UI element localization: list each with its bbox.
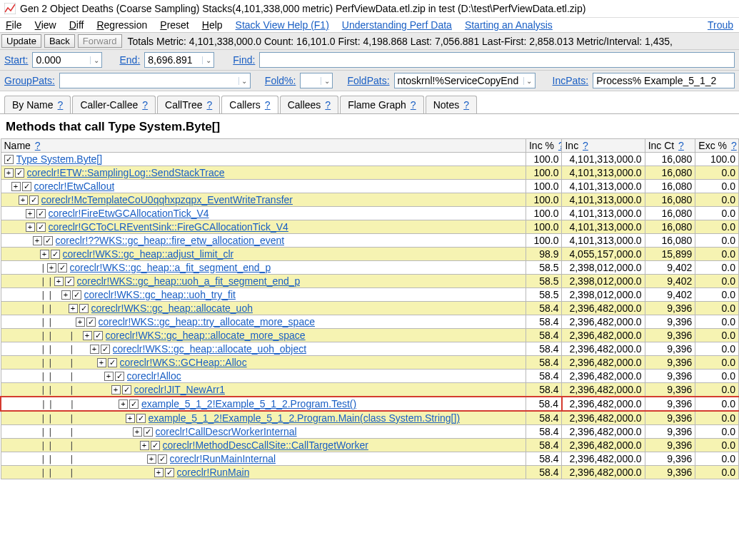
name-cell[interactable]: || | +✓coreclr!MethodDescCallSite::CallT… <box>1 439 526 452</box>
name-cell[interactable]: +✓coreclr!EtwCallout <box>1 180 526 193</box>
row-checkbox[interactable]: ✓ <box>79 304 89 313</box>
row-checkbox[interactable]: ✓ <box>36 223 46 232</box>
row-label[interactable]: example_5_1_2!Example_5_1_2.Program.Test… <box>141 398 356 409</box>
menu-preset[interactable]: Preset <box>160 19 188 31</box>
col-excpct[interactable]: Exc % ? <box>695 139 739 153</box>
row-label[interactable]: coreclr!WKS::GCHeap::Alloc <box>120 357 247 368</box>
name-cell[interactable]: +✓coreclr!WKS::gc_heap::adjust_limit_clr <box>1 248 526 261</box>
chevron-down-icon[interactable]: ⌄ <box>523 77 535 85</box>
expand-icon[interactable]: + <box>61 290 71 300</box>
expand-icon[interactable]: + <box>97 358 106 367</box>
row-checkbox[interactable]: ✓ <box>58 263 67 273</box>
expand-icon[interactable]: + <box>40 250 49 259</box>
table-row[interactable]: || | +✓coreclr!RunMain58.42,396,482,000.… <box>1 466 739 479</box>
grouppats-combo[interactable]: ⌄ <box>59 73 251 88</box>
name-cell[interactable]: || | +✓coreclr!WKS::GCHeap::Alloc <box>1 356 526 370</box>
name-cell[interactable]: || | +✓coreclr!RunMain <box>1 466 526 479</box>
link-understanding-perf[interactable]: Understanding Perf Data <box>342 19 452 31</box>
incpats-combo[interactable] <box>593 73 735 88</box>
table-row[interactable]: || | +✓example_5_1_2!Example_5_1_2.Progr… <box>1 411 739 425</box>
table-row[interactable]: +✓coreclr!EtwCallout100.04,101,313,000.0… <box>1 180 739 193</box>
tab-calltree[interactable]: CallTree? <box>157 96 220 113</box>
row-label[interactable]: coreclr!WKS::gc_heap::uoh_try_fit <box>84 289 236 300</box>
row-checkbox[interactable]: ✓ <box>86 317 96 327</box>
table-row[interactable]: +✓coreclr!FireEtwGCAllocationTick_V4100.… <box>1 207 739 220</box>
row-checkbox[interactable]: ✓ <box>29 195 39 205</box>
expand-icon[interactable]: + <box>119 399 128 409</box>
row-checkbox[interactable]: ✓ <box>44 236 53 245</box>
row-label[interactable]: coreclr!McTemplateCoU0qqhxpzqpx_EventWri… <box>41 194 293 205</box>
end-label[interactable]: End: <box>119 54 140 66</box>
start-input[interactable] <box>33 53 90 67</box>
table-row[interactable]: || | +✓coreclr!JIT_NewArr158.42,396,482,… <box>1 383 739 397</box>
row-checkbox[interactable]: ✓ <box>158 454 167 464</box>
row-label[interactable]: coreclr!WKS::gc_heap::allocate_uoh <box>91 302 253 314</box>
link-troubleshooting[interactable]: Troub <box>708 19 733 31</box>
row-label[interactable]: coreclr!WKS::gc_heap::uoh_a_fit_segment_… <box>77 275 301 287</box>
table-row[interactable]: +✓coreclr!ETW::SamplingLog::SendStackTra… <box>1 166 739 180</box>
expand-icon[interactable]: + <box>111 385 121 394</box>
link-stack-view-help[interactable]: Stack View Help (F1) <box>236 19 329 31</box>
name-cell[interactable]: +✓coreclr!GCToCLREventSink::FireGCAlloca… <box>1 220 526 234</box>
name-cell[interactable]: +✓coreclr!FireEtwGCAllocationTick_V4 <box>1 207 526 220</box>
name-cell[interactable]: || +✓coreclr!WKS::gc_heap::try_allocate_… <box>1 315 526 329</box>
tab-callers[interactable]: Callers? <box>221 96 278 113</box>
table-row[interactable]: || +✓coreclr!WKS::gc_heap::allocate_uoh5… <box>1 302 739 315</box>
foldpats-combo[interactable]: ⌄ <box>394 73 536 88</box>
name-cell[interactable]: +✓coreclr!McTemplateCoU0qqhxpzqpx_EventW… <box>1 193 526 207</box>
row-checkbox[interactable]: ✓ <box>165 468 174 477</box>
table-row[interactable]: || | +✓coreclr!Alloc58.42,396,482,000.09… <box>1 370 739 383</box>
table-row[interactable]: || +✓coreclr!WKS::gc_heap::uoh_try_fit58… <box>1 288 739 302</box>
row-checkbox[interactable]: ✓ <box>151 441 160 450</box>
table-row[interactable]: || | +✓coreclr!RunMainInternal58.42,396,… <box>1 452 739 466</box>
table-row[interactable]: +✓coreclr!GCToCLREventSink::FireGCAlloca… <box>1 220 739 234</box>
chevron-down-icon[interactable]: ⌄ <box>238 77 250 85</box>
row-label[interactable]: coreclr!??WKS::gc_heap::fire_etw_allocat… <box>56 235 285 246</box>
menu-regression[interactable]: Regression <box>96 19 147 31</box>
expand-icon[interactable]: + <box>90 345 99 354</box>
row-label[interactable]: coreclr!WKS::gc_heap::allocate_more_spac… <box>106 330 306 341</box>
menu-view[interactable]: View <box>35 19 56 31</box>
name-cell[interactable]: |+✓coreclr!WKS::gc_heap::a_fit_segment_e… <box>1 261 526 275</box>
row-label[interactable]: example_5_1_2!Example_5_1_2.Program.Main… <box>149 412 461 424</box>
tab-caller-callee[interactable]: Caller-Callee? <box>72 96 156 113</box>
row-checkbox[interactable]: ✓ <box>115 372 124 381</box>
name-cell[interactable]: +✓coreclr!??WKS::gc_heap::fire_etw_alloc… <box>1 234 526 248</box>
back-button[interactable]: Back <box>44 34 75 48</box>
row-label[interactable]: coreclr!Alloc <box>127 370 181 382</box>
expand-icon[interactable]: + <box>26 223 35 232</box>
expand-icon[interactable]: + <box>69 304 78 313</box>
expand-icon[interactable]: + <box>26 209 35 218</box>
foldpct-label[interactable]: Fold%: <box>265 75 296 86</box>
row-checkbox[interactable]: ✓ <box>144 427 153 437</box>
table-row[interactable]: || | +✓coreclr!WKS::gc_heap::allocate_uo… <box>1 342 739 356</box>
row-label[interactable]: coreclr!WKS::gc_heap::allocate_uoh_objec… <box>113 343 307 355</box>
table-row[interactable]: ✓Type System.Byte[]100.04,101,313,000.01… <box>1 153 739 166</box>
expand-icon[interactable]: + <box>104 372 114 381</box>
name-cell[interactable]: || | +✓coreclr!WKS::gc_heap::allocate_mo… <box>1 329 526 342</box>
forward-button[interactable]: Forward <box>78 34 122 48</box>
grouppats-input[interactable] <box>60 73 238 88</box>
row-checkbox[interactable]: ✓ <box>136 414 146 423</box>
table-row[interactable]: +✓coreclr!McTemplateCoU0qqhxpzqpx_EventW… <box>1 193 739 207</box>
expand-icon[interactable]: + <box>47 263 56 273</box>
row-checkbox[interactable]: ✓ <box>72 290 81 300</box>
start-combo[interactable]: ⌄ <box>32 52 102 68</box>
table-row[interactable]: || +✓coreclr!WKS::gc_heap::try_allocate_… <box>1 315 739 329</box>
incpats-label[interactable]: IncPats: <box>553 75 589 86</box>
expand-icon[interactable]: + <box>54 277 64 286</box>
row-label[interactable]: coreclr!FireEtwGCAllocationTick_V4 <box>49 208 209 219</box>
foldpct-input[interactable] <box>301 73 321 88</box>
find-label[interactable]: Find: <box>233 54 255 66</box>
row-label[interactable]: coreclr!WKS::gc_heap::try_allocate_more_… <box>99 316 315 327</box>
name-cell[interactable]: ✓Type System.Byte[] <box>1 153 526 166</box>
find-input[interactable] <box>260 53 734 67</box>
row-checkbox[interactable]: ✓ <box>15 168 24 178</box>
name-cell[interactable]: || | +✓example_5_1_2!Example_5_1_2.Progr… <box>1 411 526 425</box>
row-checkbox[interactable]: ✓ <box>108 358 117 367</box>
table-row[interactable]: |+✓coreclr!WKS::gc_heap::a_fit_segment_e… <box>1 261 739 275</box>
col-name[interactable]: Name ? <box>1 139 526 153</box>
foldpct-combo[interactable]: ⌄ <box>300 73 333 88</box>
row-checkbox[interactable]: ✓ <box>4 155 14 164</box>
chevron-down-icon[interactable]: ⌄ <box>90 56 101 64</box>
